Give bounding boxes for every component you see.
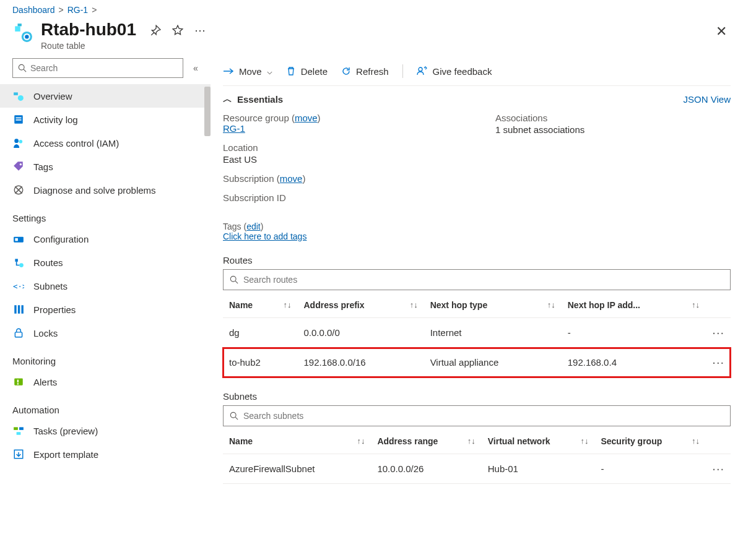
table-row[interactable]: to-hub2192.168.0.0/16Virtual appliance19… [223,348,731,377]
svg-rect-21 [15,332,22,337]
sort-icon: ↑↓ [692,300,700,309]
sidebar-item-iam[interactable]: Access control (IAM) [0,131,211,155]
subnets-section: Subnets Name↑↓ Address range↑↓ Virtual n… [223,391,731,484]
essentials-label: Essentials [237,94,283,105]
row-more-icon[interactable]: ··· [706,454,731,484]
rg-move-link[interactable]: move [295,113,318,123]
sidebar-item-tasks[interactable]: Tasks (preview) [0,419,211,442]
routes-search-input[interactable] [243,275,724,285]
breadcrumb-separator: > [92,5,97,15]
diagnose-icon [12,184,25,196]
tags-label: Tags ( [223,222,246,231]
col-next-type[interactable]: Next hop type↑↓ [424,293,562,318]
row-more-icon[interactable]: ··· [706,348,731,377]
subid-label: Subscription ID [223,192,458,203]
sidebar-item-label: Tasks (preview) [33,426,98,436]
export-template-icon [12,448,25,460]
pin-icon[interactable] [149,24,162,37]
col-sg[interactable]: Security group↑↓ [594,429,706,454]
sidebar-item-label: Subnets [33,281,67,291]
sidebar-item-locks[interactable]: Locks [0,321,211,345]
svg-point-31 [230,276,236,282]
add-tags-link[interactable]: Click here to add tags [223,231,306,241]
svg-rect-25 [14,427,18,430]
sidebar-item-export-template[interactable]: Export template [0,442,211,466]
sidebar-item-diagnose[interactable]: Diagnose and solve problems [0,178,211,202]
field-subscription-id: Subscription ID [223,192,458,203]
field-subscription: Subscription (move) [223,173,458,184]
table-row[interactable]: dg0.0.0.0/0Internet-··· [223,318,731,348]
subnets-search-input[interactable] [243,411,724,421]
sidebar-item-label: Export template [33,449,98,460]
sidebar-item-label: Access control (IAM) [33,138,119,149]
configuration-icon [12,233,25,245]
svg-line-4 [24,69,26,72]
svg-point-11 [19,140,23,144]
sidebar-item-configuration[interactable]: Configuration [0,227,211,251]
toolbar-separator [402,64,403,78]
col-prefix[interactable]: Address prefix↑↓ [297,293,424,318]
sidebar-search-input[interactable] [30,63,178,73]
alerts-icon [12,376,25,388]
subnets-title: Subnets [223,391,731,402]
sidebar-item-routes[interactable]: Routes [0,251,211,274]
subnets-table: Name↑↓ Address range↑↓ Virtual network↑↓… [223,429,731,484]
breadcrumb-rg[interactable]: RG-1 [67,5,88,15]
location-label: Location [223,142,458,153]
sidebar-item-tags[interactable]: Tags [0,155,211,178]
page-title: Rtab-hub01 [41,20,136,40]
sidebar-item-label: Overview [33,91,72,101]
sidebar-section-monitoring: Monitoring [0,345,211,370]
col-name[interactable]: Name↑↓ [223,429,371,454]
sidebar-scrollbar[interactable] [204,87,211,136]
essentials-toggle[interactable]: ︿ Essentials [223,93,283,105]
subnets-search[interactable] [223,405,731,426]
row-more-icon[interactable]: ··· [706,318,731,348]
cell-next-ip: - [562,318,706,348]
sidebar-item-alerts[interactable]: Alerts [0,370,211,394]
cell-prefix: 192.168.0.0/16 [297,348,424,377]
properties-icon [12,303,25,316]
chevron-down-icon: ⌵ [267,66,272,77]
sub-move-link[interactable]: move [280,173,303,184]
essentials: Resource group (move) RG-1 Location East… [223,109,731,209]
col-range[interactable]: Address range↑↓ [371,429,481,454]
sidebar-search[interactable] [12,58,183,78]
col-vnet[interactable]: Virtual network↑↓ [482,429,595,454]
refresh-button[interactable]: Refresh [341,66,389,77]
sidebar-item-overview[interactable]: Overview [0,84,211,108]
sub-label: Subscription ( [223,173,280,184]
sidebar-item-label: Activity log [33,114,78,125]
routes-title: Routes [223,255,731,265]
tags-icon [12,160,25,173]
field-resource-group: Resource group (move) RG-1 [223,113,458,134]
sidebar-item-activity-log[interactable]: Activity log [0,108,211,131]
move-button[interactable]: Move ⌵ [223,66,272,77]
collapse-sidebar-icon[interactable]: « [189,63,202,73]
sidebar-item-subnets[interactable]: <·> Subnets [0,274,211,298]
col-next-ip[interactable]: Next hop IP add...↑↓ [562,293,706,318]
delete-button[interactable]: Delete [286,66,328,77]
svg-rect-8 [16,118,22,119]
svg-point-6 [18,95,24,101]
routes-table: Name↑↓ Address prefix↑↓ Next hop type↑↓ … [223,293,731,377]
more-icon[interactable]: ⋯ [193,24,207,37]
svg-rect-5 [14,92,18,95]
svg-point-30 [419,67,422,71]
col-name[interactable]: Name↑↓ [223,293,297,318]
favorite-star-icon[interactable] [171,24,185,37]
sort-icon: ↑↓ [410,300,418,309]
routes-search[interactable] [223,269,731,290]
tags-edit-link[interactable]: edit [246,222,261,231]
sidebar-section-automation: Automation [0,394,211,419]
close-icon[interactable]: ✕ [712,24,731,40]
rg-value-link[interactable]: RG-1 [223,123,245,134]
feedback-button[interactable]: Give feedback [417,66,492,77]
json-view-button[interactable]: JSON View [684,94,731,105]
route-table-icon [12,22,33,43]
sidebar-item-properties[interactable]: Properties [0,298,211,321]
locks-icon [12,327,25,339]
breadcrumb-dashboard[interactable]: Dashboard [12,5,55,15]
table-row[interactable]: AzureFirewallSubnet10.0.0.0/26Hub-01-··· [223,454,731,484]
sort-icon: ↑↓ [357,436,365,446]
